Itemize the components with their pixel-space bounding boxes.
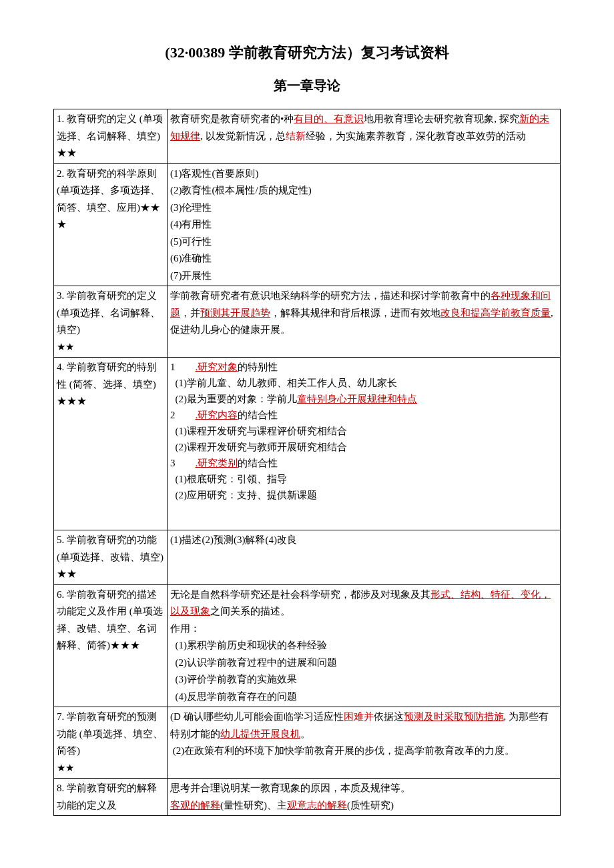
table-row: 6. 学前教育研究的描述功能定义及作用 (单项选择、改错、填空、名词解释、简答)… <box>54 584 561 707</box>
row-label: 4. 学前教育研究的特别性 (简答、选择、填空)★★★ <box>54 358 168 530</box>
row-label: 3. 学前教育研究的定义 (单项选择、名词解释、填空) ★★ <box>54 286 168 358</box>
row-label: 5. 学前教育研究的功能 (单项选择、改错、填空)★★ <box>54 530 168 585</box>
row-content: 无论是自然科学研究还是社会科学研究，都涉及对现象及其形式、结构、特征、变化，以及… <box>168 584 561 707</box>
row-content: 教育研究是教育研究者的•种有目的、有意识地用教育理论去研究教育现象, 探究新的未… <box>168 109 561 164</box>
row-label: 6. 学前教育研究的描述功能定义及作用 (单项选择、改错、填空、名词解释、简答)… <box>54 584 168 707</box>
table-row: 7. 学前教育研究的预测功能 (单项选择、填空、简答) ★★(D 确认哪些幼儿可… <box>54 707 561 779</box>
row-label: 1. 教育研究的定义 (单项选择、名词解释、填空)★★ <box>54 109 168 164</box>
row-content: (1)描述(2)预测(3)解释(4)改良 <box>168 530 561 585</box>
row-content: 思考并合理说明某一教育现象的原因，本质及规律等。客观的解释(量性研究)、主观意志… <box>168 779 561 816</box>
page-title: (32·00389 学前教育研究方法）复习考试资料 <box>53 40 561 65</box>
table-row: 3. 学前教育研究的定义 (单项选择、名词解释、填空) ★★学前教育研究者有意识… <box>54 286 561 358</box>
row-content: 学前教育研究者有意识地采纳科学的研究方法，描述和探讨学前教育中的各种现象和问题，… <box>168 286 561 358</box>
table-row: 1. 教育研究的定义 (单项选择、名词解释、填空)★★教育研究是教育研究者的•种… <box>54 109 561 164</box>
table-row: 4. 学前教育研究的特别性 (简答、选择、填空)★★★1 .研究对象的特别性 (… <box>54 358 561 530</box>
row-label: 2. 教育研究的科学原则 (单项选择、多项选择、简答、填空、应用)★★★ <box>54 163 168 286</box>
row-label: 7. 学前教育研究的预测功能 (单项选择、填空、简答) ★★ <box>54 707 168 779</box>
row-content: (1)客观性(首要原则)(2)教育性(根本属性/质的规定性)(3)伦理性(4)有… <box>168 163 561 286</box>
table-row: 8. 学前教育研究的解释功能的定义及思考并合理说明某一教育现象的原因，本质及规律… <box>54 779 561 816</box>
row-content: (D 确认哪些幼儿可能会面临学习适应性困难并依据这预测及时采取预防措施, 为那些… <box>168 707 561 779</box>
row-content: 1 .研究对象的特别性 (1)学前儿童、幼儿教师、相关工作人员、幼儿家长 (2)… <box>168 358 561 530</box>
row-label: 8. 学前教育研究的解释功能的定义及 <box>54 779 168 816</box>
chapter-title: 第一章导论 <box>53 74 561 97</box>
table-row: 5. 学前教育研究的功能 (单项选择、改错、填空)★★(1)描述(2)预测(3)… <box>54 530 561 585</box>
study-table: 1. 教育研究的定义 (单项选择、名词解释、填空)★★教育研究是教育研究者的•种… <box>53 109 561 816</box>
table-row: 2. 教育研究的科学原则 (单项选择、多项选择、简答、填空、应用)★★★(1)客… <box>54 163 561 286</box>
